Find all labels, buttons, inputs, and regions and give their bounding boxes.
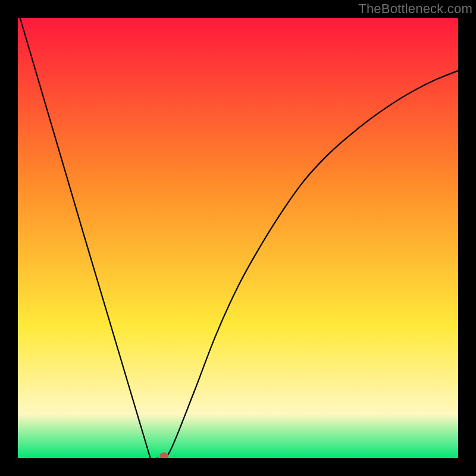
- chart-frame: TheBottleneck.com: [0, 0, 476, 476]
- plot-area: [18, 18, 458, 458]
- gradient-background: [18, 18, 458, 458]
- watermark-text: TheBottleneck.com: [358, 1, 472, 17]
- chart-svg: [18, 18, 458, 458]
- minimum-marker: [160, 453, 168, 458]
